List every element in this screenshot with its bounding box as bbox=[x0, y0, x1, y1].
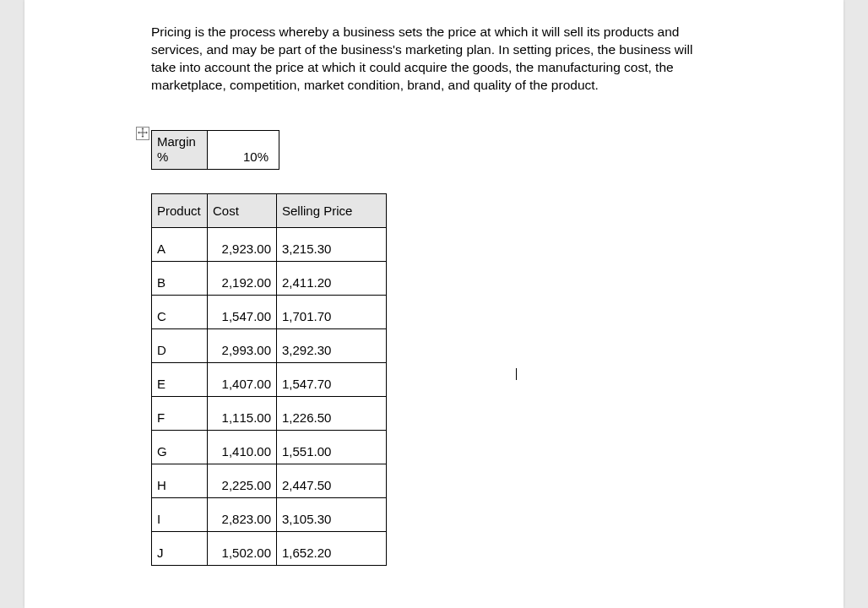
table-row: B2,192.002,411.20 bbox=[152, 262, 387, 296]
cell-product[interactable]: H bbox=[152, 464, 208, 498]
cell-product[interactable]: G bbox=[152, 431, 208, 464]
table-row: E1,407.001,547.70 bbox=[152, 363, 387, 397]
cell-cost[interactable]: 2,823.00 bbox=[208, 498, 277, 532]
cell-cost[interactable]: 1,407.00 bbox=[208, 363, 277, 397]
header-row: Product Cost Selling Price bbox=[152, 194, 387, 228]
cell-price[interactable]: 1,547.70 bbox=[277, 363, 387, 397]
table-row: C1,547.001,701.70 bbox=[152, 296, 387, 329]
table-container: Margin % 10% Product Cost Selling Price … bbox=[151, 130, 717, 567]
header-cost[interactable]: Cost bbox=[208, 194, 277, 228]
margin-label-line2: % bbox=[157, 149, 168, 164]
cell-cost[interactable]: 1,502.00 bbox=[208, 532, 277, 566]
cell-price[interactable]: 3,105.30 bbox=[277, 498, 387, 532]
cell-product[interactable]: A bbox=[152, 228, 208, 262]
cell-product[interactable]: C bbox=[152, 296, 208, 329]
cell-cost[interactable]: 1,410.00 bbox=[208, 431, 277, 464]
cell-cost[interactable]: 1,115.00 bbox=[208, 397, 277, 431]
cell-price[interactable]: 1,701.70 bbox=[277, 296, 387, 329]
cell-product[interactable]: I bbox=[152, 498, 208, 532]
cell-product[interactable]: F bbox=[152, 397, 208, 431]
cell-cost[interactable]: 2,192.00 bbox=[208, 262, 277, 296]
pricing-table[interactable]: Product Cost Selling Price A2,923.003,21… bbox=[151, 193, 387, 566]
cell-price[interactable]: 1,226.50 bbox=[277, 397, 387, 431]
margin-row: Margin % 10% bbox=[152, 130, 279, 170]
header-price[interactable]: Selling Price bbox=[277, 194, 387, 228]
document-page: Pricing is the process whereby a busines… bbox=[24, 0, 844, 608]
cell-cost[interactable]: 2,923.00 bbox=[208, 228, 277, 262]
table-row: D2,993.003,292.30 bbox=[152, 329, 387, 363]
cell-price[interactable]: 3,292.30 bbox=[277, 329, 387, 363]
cell-product[interactable]: B bbox=[152, 262, 208, 296]
cell-cost[interactable]: 1,547.00 bbox=[208, 296, 277, 329]
margin-label-line1: Margin bbox=[157, 134, 196, 149]
table-row: J1,502.001,652.20 bbox=[152, 532, 387, 566]
cell-product[interactable]: J bbox=[152, 532, 208, 566]
table-move-handle[interactable] bbox=[136, 127, 149, 140]
cell-price[interactable]: 3,215.30 bbox=[277, 228, 387, 262]
cell-cost[interactable]: 2,993.00 bbox=[208, 329, 277, 363]
margin-table[interactable]: Margin % 10% bbox=[151, 130, 279, 171]
table-row: A2,923.003,215.30 bbox=[152, 228, 387, 262]
intro-paragraph: Pricing is the process whereby a busines… bbox=[151, 24, 717, 95]
cell-product[interactable]: E bbox=[152, 363, 208, 397]
header-product[interactable]: Product bbox=[152, 194, 208, 228]
margin-value-cell[interactable]: 10% bbox=[208, 130, 279, 170]
cell-cost[interactable]: 2,225.00 bbox=[208, 464, 277, 498]
margin-label-cell[interactable]: Margin % bbox=[152, 130, 208, 170]
cell-price[interactable]: 1,652.20 bbox=[277, 532, 387, 566]
move-icon bbox=[138, 126, 148, 140]
cell-price[interactable]: 2,447.50 bbox=[277, 464, 387, 498]
table-row: G1,410.001,551.00 bbox=[152, 431, 387, 464]
cell-product[interactable]: D bbox=[152, 329, 208, 363]
cell-price[interactable]: 2,411.20 bbox=[277, 262, 387, 296]
cell-price[interactable]: 1,551.00 bbox=[277, 431, 387, 464]
margin-value: 10% bbox=[243, 149, 269, 164]
table-row: I2,823.003,105.30 bbox=[152, 498, 387, 532]
text-cursor bbox=[516, 368, 517, 380]
table-row: F1,115.001,226.50 bbox=[152, 397, 387, 431]
table-row: H2,225.002,447.50 bbox=[152, 464, 387, 498]
